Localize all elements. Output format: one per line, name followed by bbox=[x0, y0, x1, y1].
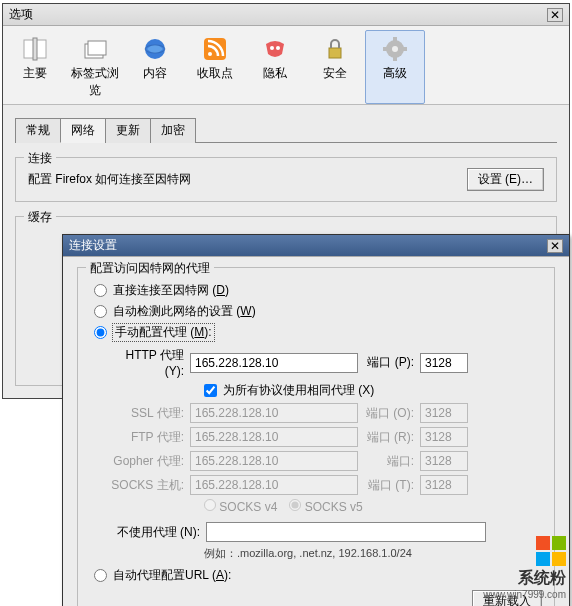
toolbar-main[interactable]: 主要 bbox=[5, 30, 65, 104]
close-icon[interactable]: ✕ bbox=[547, 239, 563, 253]
svg-rect-1 bbox=[33, 38, 37, 60]
close-icon[interactable]: ✕ bbox=[547, 8, 563, 22]
connection-settings-button[interactable]: 设置 (E)… bbox=[467, 168, 544, 191]
ftp-proxy-row: FTP 代理: 端口 (R): bbox=[110, 427, 542, 447]
toolbar-tabs[interactable]: 标签式浏览 bbox=[65, 30, 125, 104]
radio-autourl-label: 自动代理配置URL (A): bbox=[113, 567, 231, 584]
radio-manual[interactable]: 手动配置代理 (M): bbox=[94, 324, 542, 341]
toolbar-content[interactable]: 内容 bbox=[125, 30, 185, 104]
socks-v4: SOCKS v4 bbox=[204, 499, 277, 514]
globe-icon bbox=[141, 35, 169, 63]
ssl-proxy-label: SSL 代理: bbox=[110, 405, 184, 422]
noproxy-input[interactable] bbox=[206, 522, 486, 542]
proxy-grid: HTTP 代理 (Y): 端口 (P): 为所有协议使用相同代理 (X) SSL… bbox=[110, 347, 542, 561]
options-title: 选项 bbox=[9, 6, 547, 23]
radio-autodetect-label: 自动检测此网络的设置 (W) bbox=[113, 303, 256, 320]
tabs-icon bbox=[81, 35, 109, 63]
share-proxy-label: 为所有协议使用相同代理 (X) bbox=[223, 382, 374, 399]
gopher-proxy-port bbox=[420, 451, 468, 471]
socks-proxy-row: SOCKS 主机: 端口 (T): bbox=[110, 475, 542, 495]
noproxy-label: 不使用代理 (N): bbox=[110, 524, 200, 541]
toolbar-label: 收取点 bbox=[186, 65, 244, 82]
toolbar-feeds[interactable]: 收取点 bbox=[185, 30, 245, 104]
tab-update[interactable]: 更新 bbox=[105, 118, 151, 143]
svg-rect-16 bbox=[402, 47, 407, 51]
radio-manual-label: 手动配置代理 (M): bbox=[113, 324, 214, 341]
options-toolbar: 主要 标签式浏览 内容 收取点 隐私 bbox=[3, 26, 569, 105]
svg-rect-3 bbox=[88, 41, 106, 55]
socks-v4-input bbox=[204, 499, 216, 511]
ftp-proxy-host bbox=[190, 427, 358, 447]
radio-autourl[interactable]: 自动代理配置URL (A): bbox=[94, 567, 542, 584]
dialog-titlebar[interactable]: 连接设置 ✕ bbox=[63, 235, 569, 257]
connection-fieldset: 连接 配置 Firefox 如何连接至因特网 设置 (E)… bbox=[15, 157, 557, 202]
ssl-proxy-port bbox=[420, 403, 468, 423]
toolbar-privacy[interactable]: 隐私 bbox=[245, 30, 305, 104]
socks-proxy-host bbox=[190, 475, 358, 495]
svg-rect-13 bbox=[393, 37, 397, 42]
toolbar-label: 内容 bbox=[126, 65, 184, 82]
tab-encryption[interactable]: 加密 bbox=[150, 118, 196, 143]
toolbar-label: 隐私 bbox=[246, 65, 304, 82]
proxy-legend: 配置访问因特网的代理 bbox=[86, 260, 214, 277]
gopher-proxy-label: Gopher 代理: bbox=[110, 453, 184, 470]
options-titlebar[interactable]: 选项 ✕ bbox=[3, 4, 569, 26]
toolbar-security[interactable]: 安全 bbox=[305, 30, 365, 104]
radio-manual-input[interactable] bbox=[94, 326, 107, 339]
socks-v5-input bbox=[289, 499, 301, 511]
share-proxy-row: 为所有协议使用相同代理 (X) bbox=[204, 382, 542, 399]
brand-watermark: 系统粉 www.win7999.com bbox=[483, 536, 566, 600]
socks-port-label: 端口 (T): bbox=[364, 477, 414, 494]
http-proxy-label: HTTP 代理 (Y): bbox=[110, 347, 184, 378]
connection-legend: 连接 bbox=[24, 150, 56, 167]
mask-icon bbox=[261, 35, 289, 63]
ftp-proxy-port bbox=[420, 427, 468, 447]
toolbar-label: 标签式浏览 bbox=[66, 65, 124, 99]
ftp-proxy-label: FTP 代理: bbox=[110, 429, 184, 446]
http-proxy-row: HTTP 代理 (Y): 端口 (P): bbox=[110, 347, 542, 378]
svg-rect-10 bbox=[329, 48, 341, 58]
ssl-proxy-host bbox=[190, 403, 358, 423]
toolbar-label: 主要 bbox=[6, 65, 64, 82]
socks-proxy-label: SOCKS 主机: bbox=[110, 477, 184, 494]
radio-autourl-input[interactable] bbox=[94, 569, 107, 582]
radio-direct[interactable]: 直接连接至因特网 (D) bbox=[94, 282, 542, 299]
advanced-tabs: 常规 网络 更新 加密 bbox=[15, 117, 557, 143]
gopher-proxy-row: Gopher 代理: 端口: bbox=[110, 451, 542, 471]
svg-point-12 bbox=[392, 46, 398, 52]
ftp-port-label: 端口 (R): bbox=[364, 429, 414, 446]
radio-autodetect[interactable]: 自动检测此网络的设置 (W) bbox=[94, 303, 542, 320]
brand-logo-icon bbox=[536, 536, 566, 566]
svg-point-8 bbox=[270, 46, 274, 50]
http-proxy-host[interactable] bbox=[190, 353, 358, 373]
cache-legend: 缓存 bbox=[24, 209, 56, 226]
toolbar-label: 高级 bbox=[366, 65, 424, 82]
share-proxy-checkbox[interactable] bbox=[204, 384, 217, 397]
svg-point-7 bbox=[208, 52, 212, 56]
radio-autodetect-input[interactable] bbox=[94, 305, 107, 318]
gopher-port-label: 端口: bbox=[364, 453, 414, 470]
radio-direct-input[interactable] bbox=[94, 284, 107, 297]
ssl-port-label: 端口 (O): bbox=[364, 405, 414, 422]
http-proxy-port[interactable] bbox=[420, 353, 468, 373]
socks-proxy-port bbox=[420, 475, 468, 495]
gopher-proxy-host bbox=[190, 451, 358, 471]
brand-name: 系统粉 bbox=[483, 568, 566, 589]
radio-direct-label: 直接连接至因特网 (D) bbox=[113, 282, 229, 299]
socks-v5: SOCKS v5 bbox=[289, 499, 362, 514]
dialog-title: 连接设置 bbox=[69, 237, 547, 254]
tab-network[interactable]: 网络 bbox=[60, 118, 106, 143]
brand-url: www.win7999.com bbox=[483, 589, 566, 600]
svg-point-9 bbox=[276, 46, 280, 50]
rss-icon bbox=[201, 35, 229, 63]
dialog-bottom-buttons: 重新载入 bbox=[90, 590, 542, 606]
tab-general[interactable]: 常规 bbox=[15, 118, 61, 143]
socks-version-row: SOCKS v4 SOCKS v5 bbox=[204, 499, 542, 514]
toolbar-advanced[interactable]: 高级 bbox=[365, 30, 425, 104]
toolbar-label: 安全 bbox=[306, 65, 364, 82]
slider-icon bbox=[21, 35, 49, 63]
ssl-proxy-row: SSL 代理: 端口 (O): bbox=[110, 403, 542, 423]
gear-icon bbox=[381, 35, 409, 63]
connection-desc: 配置 Firefox 如何连接至因特网 bbox=[28, 171, 457, 188]
svg-rect-15 bbox=[383, 47, 388, 51]
